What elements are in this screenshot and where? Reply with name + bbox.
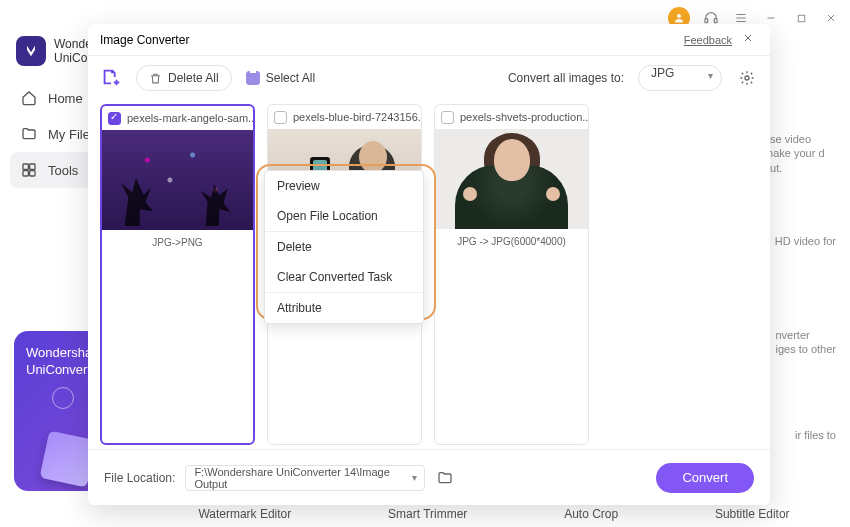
card-format: JPG->PNG — [102, 230, 253, 254]
ctx-clear-converted[interactable]: Clear Converted Task — [265, 262, 423, 292]
svg-rect-1 — [705, 19, 708, 23]
bg-text-1: use video make your d out. — [764, 132, 836, 175]
card-checkbox[interactable] — [274, 111, 287, 124]
format-select[interactable]: JPG — [638, 65, 722, 91]
folder-icon — [20, 125, 38, 143]
svg-rect-7 — [30, 171, 35, 176]
card-format: JPG -> JPG(6000*4000) — [435, 229, 588, 253]
card-filename: pexels-shvets-production... — [460, 111, 588, 123]
card-filename: pexels-mark-angelo-sam... — [127, 112, 253, 124]
tool-watermark[interactable]: Watermark Editor — [198, 507, 291, 521]
feedback-link[interactable]: Feedback — [684, 34, 732, 46]
maximize-button[interactable] — [792, 9, 810, 27]
tool-trimmer[interactable]: Smart Trimmer — [388, 507, 467, 521]
image-card[interactable]: pexels-shvets-production... JPG -> JPG(6… — [434, 104, 589, 445]
ctx-delete[interactable]: Delete — [265, 232, 423, 262]
select-all-label: Select All — [266, 71, 315, 85]
convert-to-label: Convert all images to: — [508, 71, 624, 85]
settings-button[interactable] — [736, 67, 758, 89]
svg-rect-6 — [23, 171, 28, 176]
card-filename: pexels-blue-bird-7243156... — [293, 111, 421, 123]
svg-rect-5 — [30, 164, 35, 169]
svg-rect-3 — [798, 15, 804, 21]
bg-text-4: ir files to — [795, 428, 836, 442]
ctx-open-location[interactable]: Open File Location — [265, 201, 423, 231]
open-folder-button[interactable] — [435, 468, 455, 488]
bg-text-3: nverteriges to other — [775, 328, 836, 357]
tool-autocrop[interactable]: Auto Crop — [564, 507, 618, 521]
context-menu: Preview Open File Location Delete Clear … — [264, 170, 424, 324]
delete-all-label: Delete All — [168, 71, 219, 85]
modal-title: Image Converter — [100, 33, 189, 47]
ctx-preview[interactable]: Preview — [265, 171, 423, 201]
home-icon — [20, 89, 38, 107]
delete-all-button[interactable]: Delete All — [136, 65, 232, 91]
convert-button[interactable]: Convert — [656, 463, 754, 493]
promo-decor-icon — [52, 387, 74, 409]
tools-icon — [20, 161, 38, 179]
file-location-label: File Location: — [104, 471, 175, 485]
svg-point-8 — [745, 76, 749, 80]
close-button[interactable] — [822, 9, 840, 27]
tool-subtitle[interactable]: Subtitle Editor — [715, 507, 790, 521]
add-image-button[interactable] — [100, 66, 122, 91]
trash-icon — [149, 72, 162, 85]
brand-logo-icon — [16, 36, 46, 66]
svg-rect-2 — [714, 19, 717, 23]
modal-close-button[interactable] — [742, 32, 758, 47]
card-thumbnail — [435, 129, 588, 229]
svg-rect-4 — [23, 164, 28, 169]
svg-point-0 — [677, 14, 681, 18]
card-checkbox[interactable] — [441, 111, 454, 124]
nav-home-label: Home — [48, 91, 83, 106]
select-all-checkbox[interactable] — [246, 71, 260, 85]
card-checkbox[interactable] — [108, 112, 121, 125]
image-card[interactable]: pexels-mark-angelo-sam... JPG->PNG — [100, 104, 255, 445]
nav-tools-label: Tools — [48, 163, 78, 178]
bottom-tools: Watermark Editor Smart Trimmer Auto Crop… — [150, 507, 838, 521]
bg-text-2: HD video for — [775, 234, 836, 248]
file-location-select[interactable]: F:\Wondershare UniConverter 14\Image Out… — [185, 465, 425, 491]
image-converter-modal: Image Converter Feedback Delete All Sele… — [88, 24, 770, 505]
ctx-attribute[interactable]: Attribute — [265, 293, 423, 323]
card-thumbnail — [102, 130, 253, 230]
select-all-toggle[interactable]: Select All — [246, 71, 315, 85]
